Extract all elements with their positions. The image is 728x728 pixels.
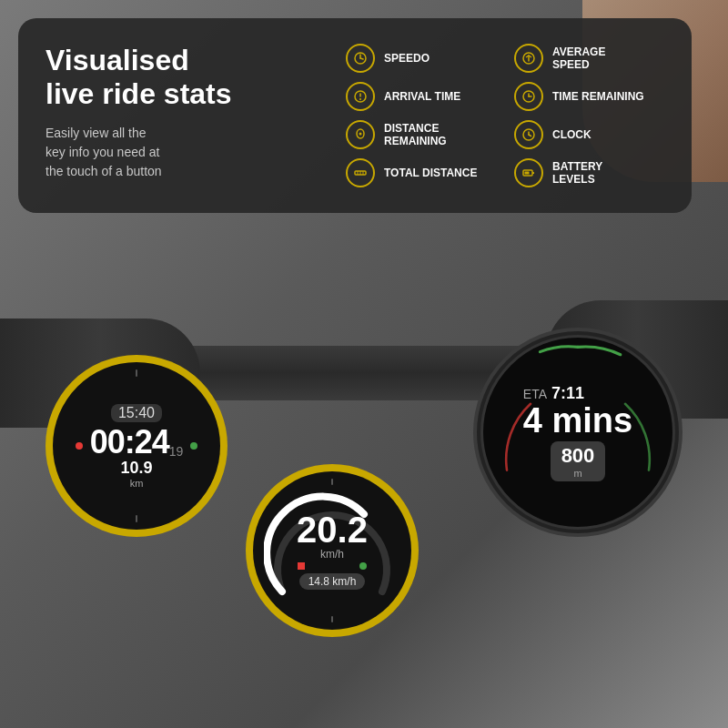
left-red-dot bbox=[76, 442, 83, 450]
left-display: 15:40 00:24 19 10.9 km bbox=[76, 404, 198, 489]
center-speed-unit: km/h bbox=[320, 548, 344, 561]
total-distance-label: TOTAL DISTANCE bbox=[384, 167, 477, 179]
arrival-time-icon bbox=[346, 82, 375, 111]
svg-rect-22 bbox=[525, 172, 530, 175]
left-elapsed-sub: 19 bbox=[169, 444, 184, 459]
left-elapsed-time: 00:24 bbox=[90, 426, 169, 459]
left-clock-time: 15:40 bbox=[111, 404, 162, 422]
info-subtitle: Easily view all thekey info you need att… bbox=[46, 124, 318, 181]
stat-battery-levels: BATTERYLEVELS bbox=[514, 158, 664, 187]
device-right-body: ETA 7:11 4 mins 800 m bbox=[480, 335, 675, 530]
stat-average-speed: AVERAGESPEED bbox=[514, 44, 664, 73]
battery-levels-icon bbox=[514, 158, 543, 187]
left-green-dot bbox=[190, 442, 197, 450]
right-arcs bbox=[483, 338, 672, 527]
left-km-unit: km bbox=[76, 478, 198, 489]
stat-time-remaining: TIME REMAINING bbox=[514, 82, 664, 111]
info-card: Visualisedlive ride stats Easily view al… bbox=[18, 18, 692, 213]
speedo-label: SPEEDO bbox=[384, 52, 430, 65]
svg-point-7 bbox=[359, 98, 361, 100]
stat-total-distance: TOTAL DISTANCE bbox=[346, 158, 496, 187]
svg-line-15 bbox=[529, 135, 531, 136]
center-speed: 20.2 bbox=[297, 511, 368, 548]
stat-arrival-time: ARRIVAL TIME bbox=[346, 82, 496, 111]
clock-icon bbox=[514, 120, 543, 149]
time-remaining-icon bbox=[514, 82, 543, 111]
svg-line-2 bbox=[360, 58, 363, 59]
device-center: 20.2 km/h 14.8 km/h bbox=[246, 464, 419, 637]
stat-speedo: SPEEDO bbox=[346, 44, 496, 73]
total-distance-icon bbox=[346, 158, 375, 187]
distance-remaining-icon bbox=[346, 120, 375, 149]
clock-label: CLOCK bbox=[552, 128, 592, 141]
stats-grid: SPEEDO AVERAGESPEED ARRIVA bbox=[346, 44, 664, 187]
stat-distance-remaining: DISTANCEREMAINING bbox=[346, 120, 496, 149]
device-center-body: 20.2 km/h 14.8 km/h bbox=[253, 471, 411, 630]
device-left: 15:40 00:24 19 10.9 km bbox=[46, 355, 228, 537]
svg-point-12 bbox=[359, 133, 362, 136]
info-left: Visualisedlive ride stats Easily view al… bbox=[46, 44, 318, 181]
time-remaining-label: TIME REMAINING bbox=[552, 90, 644, 103]
speedo-icon bbox=[346, 44, 375, 73]
center-green-dot bbox=[359, 562, 367, 570]
device-right: ETA 7:11 4 mins 800 m bbox=[473, 328, 682, 537]
stat-clock: CLOCK bbox=[514, 120, 664, 149]
svg-rect-21 bbox=[532, 172, 534, 174]
average-speed-icon bbox=[514, 44, 543, 73]
center-display: 20.2 km/h 14.8 km/h bbox=[253, 471, 411, 630]
battery-levels-label: BATTERYLEVELS bbox=[552, 160, 602, 187]
average-speed-label: AVERAGESPEED bbox=[552, 46, 605, 72]
distance-remaining-label: DISTANCEREMAINING bbox=[384, 122, 447, 148]
info-title: Visualisedlive ride stats bbox=[46, 44, 318, 111]
center-red-dot bbox=[298, 562, 305, 570]
device-left-body: 15:40 00:24 19 10.9 km bbox=[53, 362, 220, 530]
arrival-time-label: ARRIVAL TIME bbox=[384, 90, 460, 103]
left-km: 10.9 bbox=[76, 459, 198, 478]
center-avg-speed: 14.8 km/h bbox=[299, 573, 366, 590]
